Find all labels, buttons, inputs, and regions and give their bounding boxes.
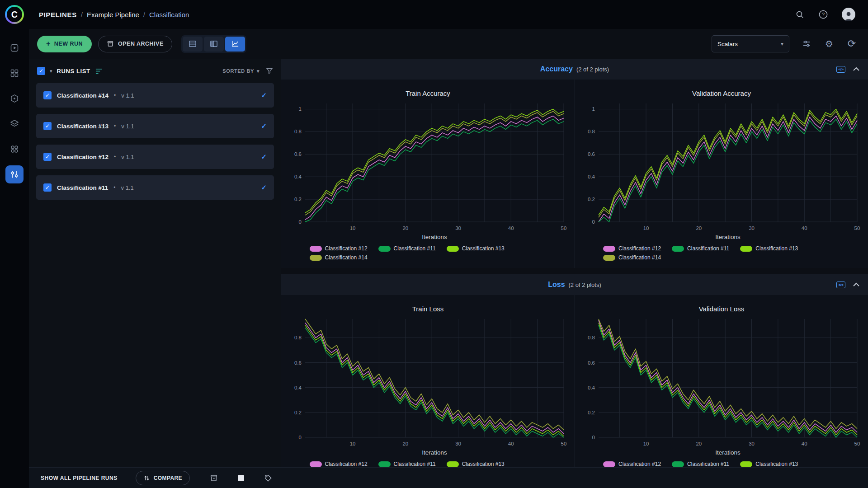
toolbar: + NEW RUN OPEN ARCHIVE Scalars ▾ bbox=[29, 29, 868, 59]
legend-item[interactable]: Classification #13 bbox=[447, 245, 505, 252]
run-version: v 1.1 bbox=[121, 92, 134, 99]
legend-label: Classification #14 bbox=[618, 254, 661, 261]
legend-item[interactable]: Classification #12 bbox=[310, 461, 368, 467]
view-toggle-group bbox=[181, 35, 246, 53]
collapse-section-icon[interactable] bbox=[853, 282, 860, 287]
selected-check-icon: ✓ bbox=[261, 122, 267, 130]
run-checkbox[interactable]: ✓ bbox=[43, 153, 52, 161]
nav-models-icon[interactable] bbox=[5, 89, 24, 108]
svg-text:50: 50 bbox=[561, 225, 566, 231]
legend-item[interactable]: Classification #12 bbox=[603, 461, 661, 467]
customize-columns-icon[interactable] bbox=[95, 68, 103, 75]
embed-icon[interactable]: </> bbox=[836, 282, 845, 288]
legend-swatch bbox=[603, 246, 615, 252]
settings-gear-icon[interactable]: ⚙ bbox=[824, 38, 835, 49]
svg-text:0.4: 0.4 bbox=[294, 174, 302, 179]
abort-icon[interactable] bbox=[238, 475, 244, 481]
legend-item[interactable]: Classification #13 bbox=[740, 245, 798, 252]
selected-check-icon: ✓ bbox=[261, 183, 267, 192]
plot-title: Validation Loss bbox=[575, 305, 868, 313]
legend-swatch bbox=[740, 461, 752, 467]
tags-icon[interactable] bbox=[264, 474, 272, 482]
run-checkbox[interactable]: ✓ bbox=[43, 91, 52, 99]
select-all-checkbox[interactable]: ✓ bbox=[37, 67, 45, 75]
legend-label: Classification #13 bbox=[755, 245, 798, 252]
run-row[interactable]: ✓ Classification #12 • v 1.1 ✓ bbox=[36, 145, 274, 169]
archive-icon[interactable] bbox=[210, 474, 218, 482]
split-view-button[interactable] bbox=[204, 37, 224, 52]
legend-label: Classification #11 bbox=[394, 245, 436, 252]
metric-type-select[interactable]: Scalars ▾ bbox=[712, 35, 789, 52]
run-row[interactable]: ✓ Classification #13 • v 1.1 ✓ bbox=[36, 114, 274, 138]
line-chart[interactable]: 00.20.40.60.811020304050Iterations bbox=[577, 99, 866, 244]
legend-item[interactable]: Classification #12 bbox=[310, 245, 368, 252]
breadcrumb-pipeline-name[interactable]: Example Pipeline bbox=[87, 11, 139, 19]
nav-applications-icon[interactable] bbox=[5, 140, 24, 158]
compare-button[interactable]: COMPARE bbox=[136, 471, 190, 485]
legend-item[interactable]: Classification #14 bbox=[310, 254, 368, 261]
validation-loss-plot[interactable]: Validation Loss 00.20.40.60.81020304050I… bbox=[575, 295, 868, 483]
legend-item[interactable]: Classification #13 bbox=[740, 461, 798, 467]
run-version: v 1.1 bbox=[121, 154, 134, 160]
line-chart[interactable]: 00.20.40.60.81020304050Iterations bbox=[577, 314, 866, 459]
line-chart[interactable]: 00.20.40.60.811020304050Iterations bbox=[283, 99, 573, 244]
collapse-section-icon[interactable] bbox=[853, 67, 860, 71]
svg-text:0.6: 0.6 bbox=[294, 360, 302, 366]
clearml-logo[interactable]: C bbox=[5, 5, 24, 24]
legend-item[interactable]: Classification #11 bbox=[378, 245, 436, 252]
search-icon[interactable] bbox=[795, 9, 805, 19]
table-view-button[interactable] bbox=[183, 37, 203, 52]
svg-text:30: 30 bbox=[455, 225, 461, 231]
run-row[interactable]: ✓ Classification #11 • v 1.1 ✓ bbox=[36, 175, 274, 200]
legend-item[interactable]: Classification #11 bbox=[378, 461, 436, 467]
help-icon[interactable]: ? bbox=[818, 9, 828, 19]
svg-text:0.8: 0.8 bbox=[294, 129, 302, 134]
legend-swatch bbox=[603, 461, 615, 467]
auto-refresh-icon[interactable]: ⟳ bbox=[846, 38, 857, 49]
nav-projects-icon[interactable] bbox=[5, 39, 24, 57]
svg-text:20: 20 bbox=[402, 225, 408, 231]
svg-text:0.4: 0.4 bbox=[588, 385, 595, 390]
tune-settings-icon[interactable] bbox=[801, 38, 812, 49]
chevron-down-icon: ▾ bbox=[257, 68, 259, 74]
legend-item[interactable]: Classification #14 bbox=[603, 254, 661, 261]
breadcrumb: PIPELINES / Example Pipeline / Classific… bbox=[39, 11, 189, 19]
chart-view-button[interactable] bbox=[225, 37, 245, 52]
nav-datasets-icon[interactable] bbox=[5, 64, 24, 82]
legend-item[interactable]: Classification #11 bbox=[672, 245, 729, 252]
svg-text:1: 1 bbox=[592, 106, 595, 112]
validation-accuracy-plot[interactable]: Validation Accuracy 00.20.40.60.81102030… bbox=[575, 80, 868, 268]
svg-text:0.6: 0.6 bbox=[588, 151, 595, 157]
bullet-separator: • bbox=[113, 184, 115, 191]
breadcrumb-separator: / bbox=[81, 11, 83, 19]
legend-item[interactable]: Classification #13 bbox=[447, 461, 505, 467]
svg-text:40: 40 bbox=[508, 441, 514, 446]
nav-pipelines-icon[interactable] bbox=[5, 165, 24, 183]
show-all-pipeline-runs-link[interactable]: SHOW ALL PIPELINE RUNS bbox=[41, 475, 118, 481]
nav-layers-icon[interactable] bbox=[5, 115, 24, 133]
sorted-by-control[interactable]: SORTED BY ▾ bbox=[222, 68, 259, 74]
svg-text:30: 30 bbox=[749, 225, 755, 231]
embed-icon[interactable]: </> bbox=[836, 66, 845, 73]
run-checkbox[interactable]: ✓ bbox=[43, 122, 52, 130]
select-all-caret-icon[interactable]: ▾ bbox=[50, 68, 52, 74]
svg-text:30: 30 bbox=[749, 441, 755, 446]
user-avatar[interactable] bbox=[842, 8, 855, 21]
run-checkbox[interactable]: ✓ bbox=[43, 183, 52, 192]
line-chart[interactable]: 00.20.40.60.81020304050Iterations bbox=[283, 314, 573, 459]
filter-icon[interactable] bbox=[266, 67, 273, 75]
run-name: Classification #14 bbox=[57, 92, 108, 99]
train-accuracy-plot[interactable]: Train Accuracy 00.20.40.60.811020304050I… bbox=[281, 80, 575, 268]
train-loss-plot[interactable]: Train Loss 00.20.40.60.81020304050Iterat… bbox=[281, 295, 575, 483]
accuracy-section-header: Accuracy (2 of 2 plots) </> bbox=[281, 59, 868, 80]
plot-title: Validation Accuracy bbox=[575, 89, 868, 97]
legend-item[interactable]: Classification #11 bbox=[672, 461, 729, 467]
new-run-button[interactable]: + NEW RUN bbox=[37, 36, 92, 52]
legend-item[interactable]: Classification #12 bbox=[603, 245, 661, 252]
run-version: v 1.1 bbox=[121, 123, 134, 130]
side-nav bbox=[0, 29, 29, 488]
logo-letter: C bbox=[11, 9, 18, 20]
run-row[interactable]: ✓ Classification #14 • v 1.1 ✓ bbox=[36, 83, 274, 108]
breadcrumb-pipelines[interactable]: PIPELINES bbox=[39, 11, 77, 19]
open-archive-button[interactable]: OPEN ARCHIVE bbox=[98, 36, 172, 52]
